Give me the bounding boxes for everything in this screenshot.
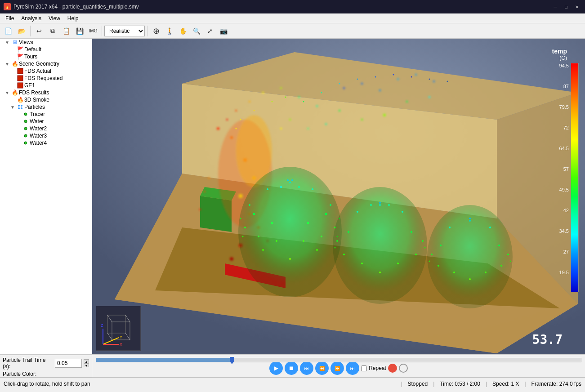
trail-down-btn[interactable]: ▼: [84, 363, 89, 367]
open-button[interactable]: 📂: [15, 25, 28, 37]
tree-water3[interactable]: Water3: [0, 132, 92, 139]
prev-button[interactable]: ⏪: [315, 361, 329, 375]
next-button[interactable]: ⏩: [330, 361, 344, 375]
tree-tours[interactable]: 🚩 Tours: [0, 53, 92, 60]
menu-bar: File Analysis View Help: [0, 13, 585, 23]
play-button[interactable]: ▶: [269, 361, 283, 375]
svg-point-25: [235, 110, 237, 111]
render-button[interactable]: IMG: [87, 25, 99, 37]
progress-thumb[interactable]: [230, 357, 234, 364]
minimize-button[interactable]: ─: [551, 2, 560, 11]
maximize-button[interactable]: □: [562, 2, 571, 11]
toggle-particles[interactable]: ▼: [9, 105, 16, 110]
toggle-scene[interactable]: ▼: [4, 62, 11, 67]
tree-fds-requested[interactable]: FDS Requested: [0, 75, 92, 82]
legend-color-bar: [571, 63, 579, 292]
legend-val-19: 19.5: [559, 270, 569, 275]
record-button[interactable]: [388, 364, 397, 373]
camera-button[interactable]: 📷: [217, 25, 230, 37]
svg-point-69: [289, 258, 291, 260]
new-button[interactable]: 📄: [2, 25, 14, 37]
tree-tracer[interactable]: Tracer: [0, 111, 92, 118]
svg-point-122: [254, 110, 255, 111]
tree-scene-geometry[interactable]: ▼ 🔥 Scene Geometry: [0, 60, 92, 67]
svg-point-123: [272, 101, 273, 102]
tracer-icon: [22, 111, 30, 117]
svg-point-49: [280, 128, 282, 129]
repeat-checkbox[interactable]: [361, 365, 367, 371]
3d-viewport[interactable]: temp (C) 94.5 87 79.5 72 64.5 57 49.5 42…: [92, 39, 585, 354]
tree-3dsmoke[interactable]: 🔥 3D Smoke: [0, 96, 92, 103]
zoom-button[interactable]: 🔍: [190, 25, 203, 37]
rotate-button[interactable]: ⊕: [150, 25, 162, 37]
svg-point-46: [208, 177, 210, 179]
toolbar-sep1: [30, 26, 31, 36]
svg-point-73: [312, 188, 313, 190]
menu-view[interactable]: View: [45, 14, 64, 22]
close-button[interactable]: ✕: [572, 2, 581, 11]
svg-point-132: [429, 79, 430, 80]
svg-point-68: [316, 249, 318, 251]
trail-up-btn[interactable]: ▲: [84, 359, 89, 363]
tree-default[interactable]: 🚩 Default: [0, 46, 92, 53]
svg-point-70: [249, 204, 250, 206]
svg-point-78: [276, 240, 277, 242]
paste-button[interactable]: 📋: [60, 25, 72, 37]
svg-point-34: [406, 101, 408, 102]
legend-title: temp: [547, 48, 567, 55]
menu-analysis[interactable]: Analysis: [18, 14, 45, 22]
smoke-label: 3D Smoke: [24, 97, 49, 103]
save-button[interactable]: 💾: [73, 25, 86, 37]
tree-views[interactable]: ▼ 🖥 Views: [0, 39, 92, 46]
svg-point-98: [397, 263, 399, 264]
tree-fds-actual[interactable]: FDS Actual: [0, 67, 92, 75]
tree-fds-results[interactable]: ▼ 🔥 FDS Results: [0, 89, 92, 96]
walk-button[interactable]: 🚶: [163, 25, 176, 37]
legend-val-42: 42: [563, 208, 569, 213]
progress-bar[interactable]: [96, 358, 581, 362]
fds-actual-icon: [16, 68, 24, 74]
svg-point-120: [236, 128, 237, 129]
pan-button[interactable]: ✋: [177, 25, 189, 37]
svg-point-79: [303, 240, 304, 242]
tree-water2[interactable]: Water2: [0, 125, 92, 132]
toggle-results[interactable]: ▼: [4, 90, 11, 95]
svg-point-99: [370, 204, 372, 206]
undo-button[interactable]: ↩: [33, 25, 45, 37]
tree-particles[interactable]: ▼ Particles: [0, 103, 92, 111]
record-stop-button[interactable]: [399, 364, 408, 373]
svg-point-58: [433, 80, 435, 82]
tours-label: Tours: [24, 53, 37, 60]
menu-file[interactable]: File: [2, 14, 18, 22]
tree-ge1[interactable]: GE1: [0, 82, 92, 89]
svg-point-76: [258, 236, 259, 237]
prev-fast-button[interactable]: ⏮: [300, 361, 313, 375]
smoke-icon: 🔥: [16, 97, 24, 103]
svg-point-33: [383, 114, 386, 116]
svg-point-127: [339, 83, 340, 85]
legend-val-57: 57: [563, 166, 569, 172]
tree-water4[interactable]: Water4: [0, 139, 92, 147]
fds-requested-label: FDS Requested: [24, 75, 63, 81]
ge1-icon: [16, 82, 24, 89]
next-fast-button[interactable]: ⏭: [346, 361, 359, 375]
trail-time-input[interactable]: [55, 359, 82, 368]
svg-point-84: [242, 236, 244, 237]
svg-point-89: [411, 231, 412, 233]
stop-button[interactable]: ⏹: [285, 361, 298, 375]
svg-point-93: [402, 211, 403, 213]
water2-icon: [22, 125, 30, 132]
view-mode-dropdown[interactable]: Realistic Wireframe Solid: [104, 26, 145, 36]
toggle-views[interactable]: ▼: [4, 40, 11, 45]
tree-water[interactable]: Water: [0, 118, 92, 125]
menu-help[interactable]: Help: [64, 14, 82, 22]
time-display: 53.7: [532, 332, 563, 347]
svg-point-96: [379, 272, 381, 273]
copy-button[interactable]: ⧉: [46, 25, 59, 37]
svg-point-124: [285, 97, 286, 98]
svg-point-63: [253, 213, 255, 215]
svg-point-97: [361, 263, 363, 264]
fit-button[interactable]: ⤢: [204, 25, 216, 37]
svg-point-91: [422, 240, 424, 242]
default-icon: 🚩: [16, 46, 24, 53]
